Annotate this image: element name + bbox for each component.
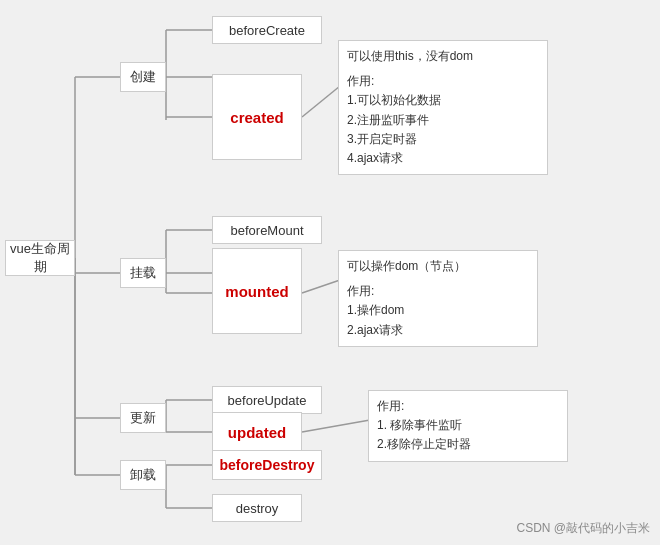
root-node: vue生命周期 [5, 240, 75, 276]
before-create-node: beforeCreate [212, 16, 322, 44]
mounted-info-item1: 1.操作dom [347, 301, 529, 320]
destroy-node: 卸载 [120, 460, 166, 490]
created-node: created [212, 74, 302, 160]
created-info-purpose: 作用: [347, 72, 539, 91]
diagram-container: vue生命周期 创建 挂载 更新 卸载 beforeCreate created… [0, 0, 660, 545]
created-info-line1: 可以使用this，没有dom [347, 47, 539, 66]
mount-node: 挂载 [120, 258, 166, 288]
created-info-item2: 2.注册监听事件 [347, 111, 539, 130]
updated-node: updated [212, 412, 302, 452]
mounted-info-box: 可以操作dom（节点） 作用: 1.操作dom 2.ajax请求 [338, 250, 538, 347]
before-mount-node: beforeMount [212, 216, 322, 244]
updated-info-item2: 2.移除停止定时器 [377, 435, 559, 454]
mounted-info-purpose: 作用: [347, 282, 529, 301]
updated-info-purpose: 作用: [377, 397, 559, 416]
destroy-leaf-node: destroy [212, 494, 302, 522]
created-info-item3: 3.开启定时器 [347, 130, 539, 149]
before-update-node: beforeUpdate [212, 386, 322, 414]
created-info-item4: 4.ajax请求 [347, 149, 539, 168]
connector-lines [0, 0, 660, 545]
watermark: CSDN @敲代码的小吉米 [516, 520, 650, 537]
mounted-node: mounted [212, 248, 302, 334]
updated-info-item1: 1. 移除事件监听 [377, 416, 559, 435]
svg-line-21 [302, 86, 340, 117]
updated-info-box: 作用: 1. 移除事件监听 2.移除停止定时器 [368, 390, 568, 462]
before-destroy-node: beforeDestroy [212, 450, 322, 480]
created-info-item1: 1.可以初始化数据 [347, 91, 539, 110]
mounted-info-item2: 2.ajax请求 [347, 321, 529, 340]
update-node: 更新 [120, 403, 166, 433]
svg-line-23 [302, 420, 370, 432]
created-info-box: 可以使用this，没有dom 作用: 1.可以初始化数据 2.注册监听事件 3.… [338, 40, 548, 175]
create-node: 创建 [120, 62, 166, 92]
mounted-info-line1: 可以操作dom（节点） [347, 257, 529, 276]
svg-line-22 [302, 280, 340, 293]
